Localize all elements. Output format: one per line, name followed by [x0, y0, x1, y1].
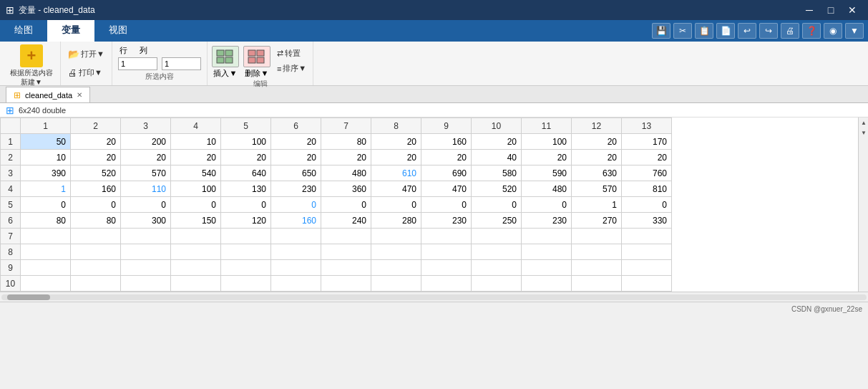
cell-r8-c1[interactable]	[21, 244, 71, 260]
insert-label[interactable]: 插入▼	[213, 68, 237, 79]
cell-r4-c8[interactable]: 470	[371, 181, 421, 197]
cell-r7-c10[interactable]	[472, 229, 522, 244]
maximize-button[interactable]: □	[821, 3, 841, 17]
expand-toolbar-btn[interactable]: ▼	[845, 23, 864, 39]
redo-toolbar-btn[interactable]: ↪	[759, 23, 778, 39]
cell-r3-c1[interactable]: 390	[21, 165, 71, 181]
cell-r1-c3[interactable]: 200	[121, 134, 171, 150]
cell-r5-c4[interactable]: 0	[171, 197, 221, 213]
menu-item-view[interactable]: 视图	[94, 20, 142, 42]
cell-r5-c10[interactable]: 0	[472, 197, 522, 213]
cell-r2-c12[interactable]: 20	[572, 150, 622, 165]
cell-r5-c13[interactable]: 0	[622, 197, 672, 213]
transpose-button[interactable]: ⇄ 转置	[275, 47, 308, 59]
cell-r8-c8[interactable]	[371, 244, 421, 260]
cell-r10-c9[interactable]	[421, 276, 472, 292]
cell-r8-c13[interactable]	[622, 244, 672, 260]
cell-r4-c7[interactable]: 360	[321, 181, 371, 197]
cell-r10-c12[interactable]	[572, 276, 622, 292]
cell-r9-c12[interactable]	[572, 260, 622, 276]
cell-r4-c10[interactable]: 520	[472, 181, 522, 197]
cell-r7-c5[interactable]	[221, 229, 271, 244]
cell-r6-c6[interactable]: 160	[271, 213, 321, 229]
cell-r7-c9[interactable]	[421, 229, 472, 244]
print-toolbar-btn[interactable]: 🖨	[781, 23, 799, 39]
undo-toolbar-btn[interactable]: ↩	[738, 23, 756, 39]
cell-r7-c8[interactable]	[371, 229, 421, 244]
cell-r6-c5[interactable]: 120	[221, 213, 271, 229]
cell-r8-c12[interactable]	[572, 244, 622, 260]
cell-r4-c4[interactable]: 100	[171, 181, 221, 197]
help-toolbar-btn[interactable]: ❓	[802, 23, 821, 39]
cell-r9-c1[interactable]	[21, 260, 71, 276]
cell-r3-c6[interactable]: 650	[271, 165, 321, 181]
cell-r3-c13[interactable]: 760	[622, 165, 672, 181]
cell-r1-c8[interactable]: 20	[371, 134, 421, 150]
cell-r9-c8[interactable]	[371, 260, 421, 276]
new-variable-button[interactable]: + 根据所选内容 新建▼	[7, 43, 56, 89]
cell-r7-c13[interactable]	[622, 229, 672, 244]
save-toolbar-btn[interactable]: 💾	[652, 23, 670, 39]
delete-icon[interactable]	[243, 46, 270, 67]
cell-r10-c13[interactable]	[622, 276, 672, 292]
cell-r7-c6[interactable]	[271, 229, 321, 244]
cell-r4-c1[interactable]: 1	[21, 181, 71, 197]
cell-r4-c12[interactable]: 570	[572, 181, 622, 197]
scroll-down-btn[interactable]: ▼	[859, 128, 868, 138]
cell-r2-c11[interactable]: 20	[522, 150, 572, 165]
cell-r9-c11[interactable]	[522, 260, 572, 276]
cell-r8-c9[interactable]	[421, 244, 472, 260]
options-toolbar-btn[interactable]: ◉	[824, 23, 842, 39]
cell-r2-c2[interactable]: 20	[71, 150, 121, 165]
cut-toolbar-btn[interactable]: ✂	[673, 23, 692, 39]
copy-toolbar-btn[interactable]: 📋	[695, 23, 713, 39]
cell-r3-c9[interactable]: 690	[421, 165, 472, 181]
cell-r2-c13[interactable]: 20	[622, 150, 672, 165]
cell-r6-c1[interactable]: 80	[21, 213, 71, 229]
cell-r9-c3[interactable]	[121, 260, 171, 276]
cell-r3-c12[interactable]: 630	[572, 165, 622, 181]
cell-r2-c4[interactable]: 20	[171, 150, 221, 165]
tab-close-button[interactable]: ✕	[77, 91, 82, 99]
cell-r7-c7[interactable]	[321, 229, 371, 244]
cell-r4-c6[interactable]: 230	[271, 181, 321, 197]
horizontal-scrollbar[interactable]	[0, 292, 868, 302]
cell-r10-c10[interactable]	[472, 276, 522, 292]
cell-r6-c9[interactable]: 230	[421, 213, 472, 229]
cell-r8-c5[interactable]	[221, 244, 271, 260]
cell-r4-c11[interactable]: 480	[522, 181, 572, 197]
cell-r2-c3[interactable]: 20	[121, 150, 171, 165]
cell-r8-c2[interactable]	[71, 244, 121, 260]
cell-r6-c8[interactable]: 280	[371, 213, 421, 229]
cell-r1-c5[interactable]: 100	[221, 134, 271, 150]
cell-r6-c2[interactable]: 80	[71, 213, 121, 229]
cell-r5-c6[interactable]: 0	[271, 197, 321, 213]
cell-r3-c8[interactable]: 610	[371, 165, 421, 181]
cell-r1-c4[interactable]: 10	[171, 134, 221, 150]
cell-r10-c3[interactable]	[121, 276, 171, 292]
cell-r4-c5[interactable]: 130	[221, 181, 271, 197]
cell-r5-c3[interactable]: 0	[121, 197, 171, 213]
cell-r10-c1[interactable]	[21, 276, 71, 292]
cell-r6-c3[interactable]: 300	[121, 213, 171, 229]
cell-r2-c6[interactable]: 20	[271, 150, 321, 165]
cell-r7-c4[interactable]	[171, 229, 221, 244]
cell-r9-c5[interactable]	[221, 260, 271, 276]
cell-r1-c13[interactable]: 170	[622, 134, 672, 150]
cell-r10-c8[interactable]	[371, 276, 421, 292]
cell-r1-c11[interactable]: 100	[522, 134, 572, 150]
cell-r10-c4[interactable]	[171, 276, 221, 292]
cell-r2-c10[interactable]: 40	[472, 150, 522, 165]
cell-r8-c10[interactable]	[472, 244, 522, 260]
col-input[interactable]	[162, 57, 201, 70]
cell-r1-c7[interactable]: 80	[321, 134, 371, 150]
cell-r1-c6[interactable]: 20	[271, 134, 321, 150]
cell-r5-c2[interactable]: 0	[71, 197, 121, 213]
cell-r9-c2[interactable]	[71, 260, 121, 276]
cell-r4-c2[interactable]: 160	[71, 181, 121, 197]
menu-item-draw[interactable]: 绘图	[0, 20, 47, 42]
cell-r1-c2[interactable]: 20	[71, 134, 121, 150]
cell-r6-c13[interactable]: 330	[622, 213, 672, 229]
cell-r7-c2[interactable]	[71, 229, 121, 244]
delete-label[interactable]: 删除▼	[245, 68, 268, 79]
